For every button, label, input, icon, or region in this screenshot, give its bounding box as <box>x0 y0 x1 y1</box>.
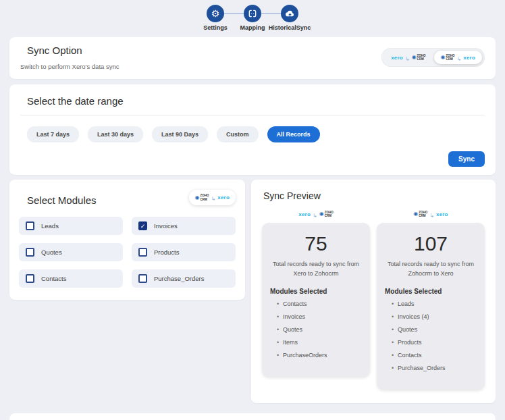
cloud-sync-icon <box>281 5 298 22</box>
module-label: Products <box>154 248 180 256</box>
stepper: ⚙SettingsMappingHistoricalSync <box>9 0 496 36</box>
module-option-purchase-orders[interactable]: Purchase_Orders <box>132 269 236 288</box>
preview-module-item: Contacts <box>277 300 362 307</box>
stepper-connector <box>224 13 244 14</box>
direction-arrow-icon: ↳ <box>457 56 462 62</box>
direction-arrow-icon: ↳ <box>211 196 216 202</box>
zoho-crm-logo: ◉ZOHOCRM <box>441 54 455 61</box>
stepper-step-label: Mapping <box>240 24 265 31</box>
preview-modules-list: LeadsInvoices (4)QuotesProductsContactsP… <box>385 300 477 371</box>
sync-direction-toggle[interactable]: xero↳◉ZOHOCRM◉ZOHOCRM↳xero <box>381 48 485 67</box>
modules-grid: Leads✓InvoicesQuotesProductsContactsPurc… <box>19 217 236 288</box>
module-option-leads[interactable]: Leads <box>19 217 123 235</box>
checkbox-icon[interactable] <box>138 274 147 283</box>
zoho-icon: ◉ <box>412 55 417 60</box>
zoho-crm-logo: ◉ZOHOCRM <box>195 194 209 201</box>
zoho-crm-logo: ◉ZOHOCRM <box>319 211 334 217</box>
preview-cards: xero↳◉ZOHOCRM75Total records ready to sy… <box>262 208 485 390</box>
sync-button[interactable]: Sync <box>448 151 485 167</box>
preview-modules-list: ContactsInvoicesQuotesItemsPurchaseOrder… <box>270 300 362 359</box>
checkbox-icon[interactable] <box>26 248 34 257</box>
module-label: Purchase_Orders <box>154 275 204 282</box>
date-option-last-90-days[interactable]: Last 90 Days <box>152 126 208 142</box>
stepper-step-label: HistoricalSync <box>269 24 311 31</box>
zoho-crm-logo: ◉ZOHOCRM <box>413 211 427 217</box>
select-modules-title: Select Modules <box>27 194 97 206</box>
zoho-icon: ◉ <box>319 211 324 217</box>
xero-logo: xero <box>217 194 230 201</box>
xero-logo: xero <box>298 211 311 217</box>
zoho-icon: ◉ <box>413 211 418 217</box>
sync-preview-title: Sync Preview <box>263 190 485 201</box>
xero-logo: xero <box>436 211 448 217</box>
date-option-custom[interactable]: Custom <box>217 126 259 142</box>
preview-module-item: Items <box>277 339 362 346</box>
zoho-wordmark: ZOHOCRM <box>446 54 455 61</box>
zoho-icon: ◉ <box>441 55 446 60</box>
sync-direction-option-xero-to-zoho[interactable]: xero↳◉ZOHOCRM <box>384 51 432 64</box>
preview-module-item: Quotes <box>277 326 362 333</box>
zoho-wordmark-line: CRM <box>325 214 334 217</box>
checkbox-icon[interactable] <box>26 274 34 283</box>
zoho-wordmark-line: ZOHO <box>201 194 209 197</box>
date-option-last-7-days[interactable]: Last 7 days <box>27 126 79 142</box>
module-label: Contacts <box>41 275 67 282</box>
preview-description: Total records ready to sync from Zohocrm… <box>385 260 477 279</box>
select-modules-panel: Select Modules ◉ZOHOCRM↳xero Leads✓Invoi… <box>9 180 245 300</box>
date-range-options: Last 7 daysLast 30 daysLast 90 DaysCusto… <box>27 126 485 142</box>
zoho-wordmark-line: CRM <box>446 57 455 61</box>
checkbox-icon[interactable] <box>26 221 34 230</box>
preview-module-item: Purchase_Orders <box>392 365 477 371</box>
mapping-icon <box>244 5 261 22</box>
preview-column-zoho-to-xero: ◉ZOHOCRM↳xero107Total records ready to s… <box>377 208 485 390</box>
module-option-invoices[interactable]: ✓Invoices <box>132 217 236 235</box>
preview-description: Total records ready to sync from Xero to… <box>270 260 362 279</box>
sync-option-subtitle: Switch to perform Xero's data sync <box>20 63 119 70</box>
stepper-step-mapping[interactable]: Mapping <box>244 5 261 22</box>
module-option-contacts[interactable]: Contacts <box>19 269 123 288</box>
zoho-icon: ◉ <box>195 195 200 201</box>
module-label: Leads <box>41 222 59 230</box>
preview-record-count: 107 <box>385 232 477 255</box>
zoho-crm-logo: ◉ZOHOCRM <box>412 54 426 61</box>
zoho-wordmark-line: CRM <box>201 198 209 201</box>
preview-module-item: Leads <box>392 300 477 307</box>
direction-arrow-icon: ↳ <box>429 213 434 219</box>
sync-option-panel: Sync Option Switch to perform Xero's dat… <box>9 37 496 79</box>
preview-card: 107Total records ready to sync from Zoho… <box>377 223 485 390</box>
preview-record-count: 75 <box>270 232 362 255</box>
direction-arrow-icon: ↳ <box>313 213 317 219</box>
zoho-wordmark: ZOHOCRM <box>419 211 427 217</box>
sync-direction-logo: ◉ZOHOCRM↳xero <box>189 190 236 205</box>
module-option-quotes[interactable]: Quotes <box>19 243 123 261</box>
module-option-products[interactable]: Products <box>132 243 236 261</box>
preview-module-item: Invoices (4) <box>392 313 477 320</box>
checkbox-checked-icon[interactable]: ✓ <box>138 221 147 230</box>
date-option-last-30-days[interactable]: Last 30 days <box>88 126 143 142</box>
preview-column-xero-to-zoho: xero↳◉ZOHOCRM75Total records ready to sy… <box>262 208 370 377</box>
xero-logo: xero <box>391 55 403 61</box>
sync-option-title: Sync Option <box>27 45 119 56</box>
zoho-wordmark-line: CRM <box>419 214 427 217</box>
preview-module-item: Products <box>392 339 477 346</box>
sync-direction-option-zoho-to-xero[interactable]: ◉ZOHOCRM↳xero <box>434 51 482 64</box>
stepper-step-historicalsync[interactable]: HistoricalSync <box>281 5 298 22</box>
preview-direction-logo: xero↳◉ZOHOCRM <box>262 208 370 220</box>
stepper-connector <box>261 13 281 14</box>
zoho-wordmark: ZOHOCRM <box>325 211 334 217</box>
preview-card: 75Total records ready to sync from Xero … <box>262 223 370 377</box>
date-range-panel: Select the date range Last 7 daysLast 30… <box>9 84 496 175</box>
direction-arrow-icon: ↳ <box>405 56 410 62</box>
preview-module-item: PurchaseOrders <box>277 352 362 359</box>
zoho-wordmark-line: CRM <box>417 57 426 61</box>
sync-queue-panel: Sync Queue Refresh Clear completed Invoi… <box>9 413 496 420</box>
stepper-step-settings[interactable]: ⚙Settings <box>207 5 224 22</box>
page: ⚙SettingsMappingHistoricalSync Sync Opti… <box>0 0 505 420</box>
preview-module-item: Contacts <box>392 352 477 359</box>
module-label: Invoices <box>154 222 178 230</box>
preview-module-item: Quotes <box>392 326 477 333</box>
main-columns: Select Modules ◉ZOHOCRM↳xero Leads✓Invoi… <box>9 180 496 403</box>
checkbox-icon[interactable] <box>138 248 147 257</box>
date-option-all-records[interactable]: All Records <box>267 126 320 142</box>
gear-icon: ⚙ <box>207 5 224 22</box>
